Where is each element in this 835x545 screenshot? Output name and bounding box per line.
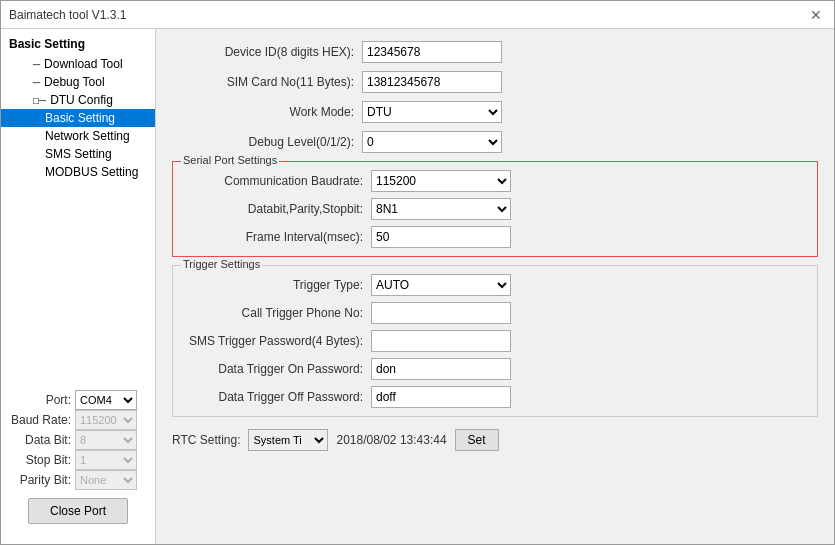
databit-label: Databit,Parity,Stopbit: bbox=[181, 202, 371, 216]
comm-baudrate-select[interactable]: 115200 bbox=[371, 170, 511, 192]
sidebar-label-sms: SMS Setting bbox=[45, 147, 112, 161]
sidebar-item-dtu-config[interactable]: □─ DTU Config bbox=[1, 91, 155, 109]
data-trigger-on-input[interactable] bbox=[371, 358, 511, 380]
trigger-type-row: Trigger Type: AUTO bbox=[181, 274, 809, 296]
comm-baudrate-label: Communication Baudrate: bbox=[181, 174, 371, 188]
rtc-time: 2018/08/02 13:43:44 bbox=[336, 433, 446, 447]
close-button[interactable]: ✕ bbox=[806, 7, 826, 23]
sidebar-item-modbus-setting[interactable]: MODBUS Setting bbox=[1, 163, 155, 181]
frame-interval-input[interactable] bbox=[371, 226, 511, 248]
data-bit-row: Data Bit: 8 bbox=[9, 430, 147, 450]
main-area: Basic Setting ─ Download Tool ─ Debug To… bbox=[1, 29, 834, 544]
sidebar-label-download: Download Tool bbox=[44, 57, 123, 71]
call-trigger-input[interactable] bbox=[371, 302, 511, 324]
tree-dash-icon: ─ bbox=[33, 59, 40, 70]
sidebar: Basic Setting ─ Download Tool ─ Debug To… bbox=[1, 29, 156, 544]
titlebar: Baimatech tool V1.3.1 ✕ bbox=[1, 1, 834, 29]
sidebar-section-label: Basic Setting bbox=[1, 33, 155, 55]
parity-bit-label: Parity Bit: bbox=[9, 473, 71, 487]
device-id-input[interactable] bbox=[362, 41, 502, 63]
frame-interval-label: Frame Interval(msec): bbox=[181, 230, 371, 244]
trigger-section-label: Trigger Settings bbox=[181, 258, 262, 270]
port-select[interactable]: COM4 bbox=[75, 390, 137, 410]
rtc-row: RTC Setting: System Ti 2018/08/02 13:43:… bbox=[172, 425, 818, 451]
trigger-type-label: Trigger Type: bbox=[181, 278, 371, 292]
sms-trigger-label: SMS Trigger Password(4 Bytes): bbox=[181, 334, 371, 348]
port-label: Port: bbox=[9, 393, 71, 407]
sim-card-input[interactable] bbox=[362, 71, 502, 93]
debug-level-select[interactable]: 0 bbox=[362, 131, 502, 153]
trigger-box: Trigger Settings Trigger Type: AUTO Call… bbox=[172, 265, 818, 417]
main-window: Baimatech tool V1.3.1 ✕ Basic Setting ─ … bbox=[0, 0, 835, 545]
data-trigger-off-label: Data Trigger Off Password: bbox=[181, 390, 371, 404]
tree-dash-icon2: ─ bbox=[33, 77, 40, 88]
window-title: Baimatech tool V1.3.1 bbox=[9, 8, 126, 22]
sidebar-tree: Basic Setting ─ Download Tool ─ Debug To… bbox=[1, 33, 155, 382]
rtc-set-button[interactable]: Set bbox=[455, 429, 499, 451]
work-mode-row: Work Mode: DTU bbox=[172, 101, 818, 123]
debug-level-label: Debug Level(0/1/2): bbox=[172, 135, 362, 149]
stop-bit-label: Stop Bit: bbox=[9, 453, 71, 467]
device-id-row: Device ID(8 digits HEX): bbox=[172, 41, 818, 63]
work-mode-select[interactable]: DTU bbox=[362, 101, 502, 123]
comm-baudrate-row: Communication Baudrate: 115200 bbox=[181, 170, 809, 192]
serial-port-section-label: Serial Port Settings bbox=[181, 154, 279, 166]
sidebar-item-download-tool[interactable]: ─ Download Tool bbox=[1, 55, 155, 73]
data-trigger-on-row: Data Trigger On Password: bbox=[181, 358, 809, 380]
frame-interval-row: Frame Interval(msec): bbox=[181, 226, 809, 248]
serial-port-box: Serial Port Settings Communication Baudr… bbox=[172, 161, 818, 257]
sim-card-row: SIM Card No(11 Bytes): bbox=[172, 71, 818, 93]
port-row: Port: COM4 bbox=[9, 390, 147, 410]
sidebar-item-basic-setting[interactable]: Basic Setting bbox=[1, 109, 155, 127]
sidebar-lower-controls: Port: COM4 Baud Rate: 115200 Data Bit: 8 bbox=[1, 382, 155, 540]
sms-trigger-input[interactable] bbox=[371, 330, 511, 352]
databit-select[interactable]: 8N1 bbox=[371, 198, 511, 220]
rtc-mode-select[interactable]: System Ti bbox=[248, 429, 328, 451]
data-trigger-off-input[interactable] bbox=[371, 386, 511, 408]
sidebar-label-network: Network Setting bbox=[45, 129, 130, 143]
data-trigger-off-row: Data Trigger Off Password: bbox=[181, 386, 809, 408]
parity-bit-select[interactable]: None bbox=[75, 470, 137, 490]
close-port-button[interactable]: Close Port bbox=[28, 498, 128, 524]
main-content: Device ID(8 digits HEX): SIM Card No(11 … bbox=[156, 29, 834, 544]
baud-rate-row: Baud Rate: 115200 bbox=[9, 410, 147, 430]
data-trigger-on-label: Data Trigger On Password: bbox=[181, 362, 371, 376]
trigger-type-select[interactable]: AUTO bbox=[371, 274, 511, 296]
stop-bit-select[interactable]: 1 bbox=[75, 450, 137, 470]
baud-rate-select[interactable]: 115200 bbox=[75, 410, 137, 430]
sidebar-item-network-setting[interactable]: Network Setting bbox=[1, 127, 155, 145]
tree-minus-icon: □─ bbox=[33, 95, 46, 106]
sidebar-label-modbus: MODBUS Setting bbox=[45, 165, 138, 179]
debug-level-row: Debug Level(0/1/2): 0 bbox=[172, 131, 818, 153]
call-trigger-label: Call Trigger Phone No: bbox=[181, 306, 371, 320]
sidebar-item-debug-tool[interactable]: ─ Debug Tool bbox=[1, 73, 155, 91]
databit-row: Databit,Parity,Stopbit: 8N1 bbox=[181, 198, 809, 220]
rtc-label: RTC Setting: bbox=[172, 433, 240, 447]
parity-bit-row: Parity Bit: None bbox=[9, 470, 147, 490]
data-bit-label: Data Bit: bbox=[9, 433, 71, 447]
sidebar-label-debug: Debug Tool bbox=[44, 75, 105, 89]
baud-rate-label: Baud Rate: bbox=[9, 413, 71, 427]
stop-bit-row: Stop Bit: 1 bbox=[9, 450, 147, 470]
device-id-label: Device ID(8 digits HEX): bbox=[172, 45, 362, 59]
sidebar-label-basic: Basic Setting bbox=[45, 111, 115, 125]
data-bit-select[interactable]: 8 bbox=[75, 430, 137, 450]
sidebar-item-sms-setting[interactable]: SMS Setting bbox=[1, 145, 155, 163]
call-trigger-row: Call Trigger Phone No: bbox=[181, 302, 809, 324]
sim-card-label: SIM Card No(11 Bytes): bbox=[172, 75, 362, 89]
sidebar-label-dtu: DTU Config bbox=[50, 93, 113, 107]
work-mode-label: Work Mode: bbox=[172, 105, 362, 119]
sms-trigger-row: SMS Trigger Password(4 Bytes): bbox=[181, 330, 809, 352]
